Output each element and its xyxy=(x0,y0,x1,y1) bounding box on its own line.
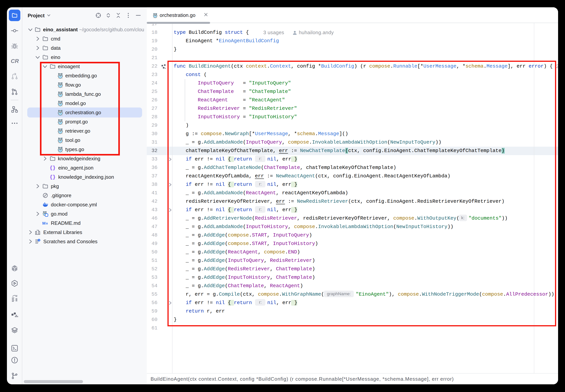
svg-text:M: M xyxy=(42,221,46,225)
svg-text:{}: {} xyxy=(50,165,56,171)
svg-text:CR: CR xyxy=(11,58,19,64)
svg-text:{}: {} xyxy=(50,174,56,180)
